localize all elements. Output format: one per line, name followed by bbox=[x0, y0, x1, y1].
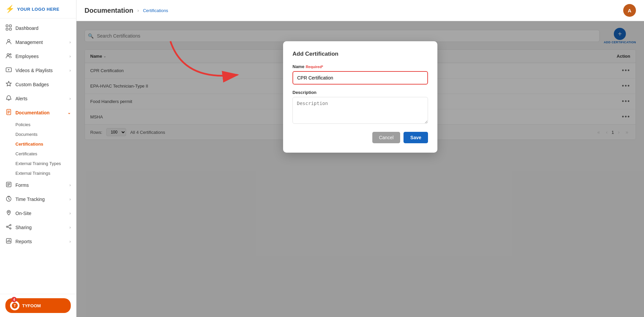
svg-point-13 bbox=[6, 226, 8, 227]
chevron-right-icon: › bbox=[69, 183, 71, 188]
sidebar-item-sharing[interactable]: Sharing › bbox=[0, 220, 76, 234]
description-input[interactable] bbox=[292, 97, 428, 124]
sidebar-item-label: Dashboard bbox=[15, 25, 39, 31]
subnav-external-trainings[interactable]: External Trainings bbox=[0, 168, 76, 178]
dashboard-icon bbox=[5, 24, 12, 32]
description-field-group: Description bbox=[292, 90, 428, 125]
tyfoom-button[interactable]: T 4 TYFOOM bbox=[5, 298, 71, 313]
subnav-certificates[interactable]: Certificates bbox=[0, 149, 76, 159]
chevron-down-icon: ⌄ bbox=[67, 110, 71, 115]
name-field-group: Name Required* bbox=[292, 64, 428, 85]
logo-icon: ⚡ bbox=[5, 5, 14, 13]
sidebar-item-label: Reports bbox=[15, 239, 32, 244]
sidebar-item-label: Management bbox=[15, 40, 43, 45]
chevron-right-icon: › bbox=[69, 40, 71, 45]
sidebar-nav: Dashboard Management › Employees › Video… bbox=[0, 18, 76, 294]
name-label: Name Required* bbox=[292, 64, 428, 69]
svg-point-6 bbox=[10, 54, 11, 55]
svg-text:T: T bbox=[14, 304, 16, 308]
svg-rect-0 bbox=[6, 25, 8, 27]
add-certification-modal: Add Certification Name Required* Descrip… bbox=[283, 41, 437, 153]
sidebar-item-reports[interactable]: Reports › bbox=[0, 234, 76, 249]
reports-icon bbox=[5, 238, 12, 245]
sidebar-item-label: Forms bbox=[15, 182, 29, 188]
custom-badges-icon bbox=[5, 81, 12, 88]
chevron-right-icon: › bbox=[69, 239, 71, 244]
cancel-button[interactable]: Cancel bbox=[372, 132, 400, 143]
sidebar-item-label: Time Tracking bbox=[15, 197, 45, 202]
main-content: Documentation › Certifications A 🔍 + ADD… bbox=[76, 0, 644, 317]
chevron-right-icon: › bbox=[69, 68, 71, 73]
modal-actions: Cancel Save bbox=[292, 132, 428, 143]
chevron-right-icon: › bbox=[69, 211, 71, 216]
top-header: Documentation › Certifications A bbox=[76, 0, 644, 21]
sidebar-item-management[interactable]: Management › bbox=[0, 35, 76, 49]
sidebar-item-forms[interactable]: Forms › bbox=[0, 178, 76, 192]
sidebar-item-label: On-Site bbox=[15, 211, 31, 216]
chevron-right-icon: › bbox=[69, 225, 71, 230]
videos-icon bbox=[5, 67, 12, 74]
svg-point-11 bbox=[8, 211, 9, 213]
sidebar-item-label: Documentation bbox=[15, 110, 50, 115]
modal-overlay: Add Certification Name Required* Descrip… bbox=[76, 21, 644, 317]
tyfoom-badge: 4 bbox=[11, 297, 17, 302]
description-label: Description bbox=[292, 90, 428, 95]
chevron-right-icon: › bbox=[69, 54, 71, 59]
logo-text: YOUR LOGO HERE bbox=[17, 7, 59, 12]
tyfoom-icon: T bbox=[10, 301, 19, 310]
documentation-icon bbox=[5, 109, 12, 116]
svg-rect-1 bbox=[9, 25, 11, 27]
on-site-icon bbox=[5, 210, 12, 217]
documentation-subnav: Policies Documents Certifications Certif… bbox=[0, 120, 76, 178]
subnav-external-training-types[interactable]: External Training Types bbox=[0, 159, 76, 168]
content-area: 🔍 + ADD CERTIFICATION Name ⌄ bbox=[76, 21, 644, 317]
forms-icon bbox=[5, 181, 12, 189]
time-tracking-icon bbox=[5, 196, 12, 203]
subnav-certifications[interactable]: Certifications bbox=[0, 139, 76, 149]
alerts-icon bbox=[5, 95, 12, 102]
modal-title: Add Certification bbox=[292, 51, 428, 57]
sidebar-item-dashboard[interactable]: Dashboard bbox=[0, 21, 76, 35]
svg-point-5 bbox=[7, 54, 9, 56]
chevron-right-icon: › bbox=[69, 197, 71, 202]
user-avatar[interactable]: A bbox=[623, 4, 636, 17]
sidebar-item-on-site[interactable]: On-Site › bbox=[0, 206, 76, 220]
employees-icon bbox=[5, 53, 12, 60]
sidebar-item-documentation[interactable]: Documentation ⌄ bbox=[0, 106, 76, 120]
chevron-right-icon: › bbox=[69, 96, 71, 101]
sidebar-item-employees[interactable]: Employees › bbox=[0, 49, 76, 63]
sidebar-item-videos[interactable]: Videos & Playlists › bbox=[0, 63, 76, 77]
tyfoom-label: TYFOOM bbox=[22, 303, 41, 308]
subnav-documents[interactable]: Documents bbox=[0, 129, 76, 139]
sharing-icon bbox=[5, 224, 12, 231]
svg-rect-3 bbox=[9, 28, 11, 30]
svg-point-4 bbox=[8, 40, 10, 42]
page-title: Documentation bbox=[85, 7, 133, 14]
sidebar-bottom: T 4 TYFOOM bbox=[0, 294, 76, 317]
name-input[interactable] bbox=[292, 71, 428, 85]
logo-area: ⚡ YOUR LOGO HERE bbox=[0, 0, 76, 18]
sidebar: ⚡ YOUR LOGO HERE Dashboard Management › … bbox=[0, 0, 76, 317]
subnav-policies[interactable]: Policies bbox=[0, 120, 76, 129]
sidebar-item-label: Employees bbox=[15, 54, 39, 59]
breadcrumb-separator: › bbox=[138, 8, 139, 13]
sidebar-item-label: Alerts bbox=[15, 96, 28, 101]
required-badge: Required* bbox=[306, 65, 323, 69]
svg-rect-2 bbox=[6, 28, 8, 30]
sidebar-item-custom-badges[interactable]: Custom Badges bbox=[0, 77, 76, 92]
sidebar-item-label: Videos & Playlists bbox=[15, 68, 53, 73]
management-icon bbox=[5, 39, 12, 46]
svg-point-12 bbox=[10, 224, 11, 226]
sidebar-item-label: Sharing bbox=[15, 225, 32, 230]
breadcrumb: Certifications bbox=[143, 8, 168, 13]
save-button[interactable]: Save bbox=[404, 132, 428, 143]
svg-point-14 bbox=[10, 228, 11, 229]
sidebar-item-alerts[interactable]: Alerts › bbox=[0, 92, 76, 106]
svg-rect-15 bbox=[6, 239, 11, 243]
sidebar-item-time-tracking[interactable]: Time Tracking › bbox=[0, 192, 76, 206]
sidebar-item-label: Custom Badges bbox=[15, 82, 49, 87]
